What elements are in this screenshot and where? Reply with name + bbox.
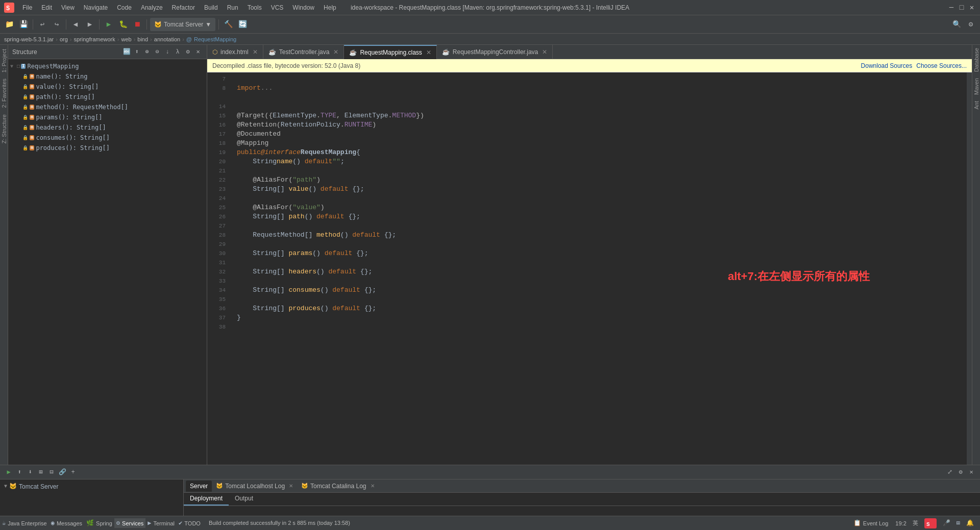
event-log-button[interactable]: 📋 Event Log (850, 518, 892, 528)
terminal-tab[interactable]: ▶ Terminal (145, 518, 177, 528)
menu-window[interactable]: Window (288, 3, 318, 12)
open-file-button[interactable]: 📁 (3, 18, 15, 31)
deployment-tab[interactable]: Deployment (184, 493, 229, 506)
redo-button[interactable]: ↪ (51, 18, 63, 31)
breadcrumb-org[interactable]: org (60, 36, 68, 42)
spring-tab[interactable]: 🌿 Spring (84, 518, 114, 528)
services-settings-button[interactable]: ⚙ (956, 468, 965, 477)
services-link-button[interactable]: 🔗 (58, 468, 67, 477)
sidebar-tab-favorites[interactable]: 2: Favorites (0, 75, 8, 111)
todo-tab[interactable]: ✔ TODO (177, 518, 203, 528)
tab-close-requestmapping[interactable]: ✕ (426, 49, 431, 56)
tomcat-catalina-tab[interactable]: 🐱 Tomcat Catalina Log ✕ (297, 481, 378, 492)
sidebar-tab-project[interactable]: 1: Project (0, 46, 8, 75)
tab-close-index[interactable]: ✕ (253, 48, 258, 56)
tree-item-params[interactable]: 🔒 m params(): String[] (8, 112, 207, 122)
download-sources-link[interactable]: Download Sources (861, 62, 913, 69)
output-tab[interactable]: Output (229, 493, 259, 506)
services-tab[interactable]: ⚙ Services (114, 518, 145, 528)
services-refresh-button[interactable]: ▶ (4, 468, 13, 477)
collapse-all-button[interactable]: ⊖ (153, 47, 162, 57)
save-button[interactable]: 💾 (17, 18, 30, 31)
menu-view[interactable]: View (57, 3, 79, 12)
debug-button[interactable]: 🐛 (117, 18, 129, 31)
breadcrumb-jar[interactable]: spring-web-5.3.1.jar (4, 36, 54, 42)
menu-help[interactable]: Help (320, 3, 340, 12)
cursor-position[interactable]: 19:2 (893, 519, 908, 527)
menu-build[interactable]: Build (200, 3, 222, 12)
tab-requestmapping-class[interactable]: ☕ RequestMapping.class ✕ (344, 45, 436, 59)
menu-refactor[interactable]: Refactor (168, 3, 199, 12)
tomcat-localhost-close[interactable]: ✕ (289, 483, 293, 489)
search-everywhere-button[interactable]: 🔍 (950, 18, 963, 31)
tree-item-path[interactable]: 🔒 m path(): String[] (8, 92, 207, 102)
right-tab-ant[interactable]: Ant (972, 98, 981, 113)
services-sort2-button[interactable]: ⬇ (26, 468, 35, 477)
tree-item-consumes[interactable]: 🔒 m consumes(): String[] (8, 133, 207, 143)
encoding-button[interactable]: 英 (911, 518, 920, 528)
show-inherited-button[interactable]: ↓ (163, 47, 172, 57)
menu-vcs[interactable]: VCS (267, 3, 288, 12)
layout-button[interactable]: ⊞ (954, 518, 962, 528)
undo-button[interactable]: ↩ (36, 18, 48, 31)
breadcrumb-bind[interactable]: bind (137, 36, 148, 42)
services-sort-button[interactable]: ⬆ (15, 468, 24, 477)
sort-alphabetically-button[interactable]: 🔤 (122, 47, 131, 57)
forward-button[interactable]: ▶ (84, 18, 96, 31)
tab-index-html[interactable]: ⬡ index.html ✕ (207, 45, 263, 59)
services-add-button[interactable]: + (68, 468, 78, 477)
tree-item-value[interactable]: 🔒 m value(): String[] (8, 82, 207, 92)
choose-sources-link[interactable]: Choose Sources... (916, 62, 967, 69)
show-anonymous-button[interactable]: λ (173, 47, 182, 57)
settings-button[interactable]: ⚙ (965, 18, 977, 31)
update-button[interactable]: 🔄 (236, 18, 249, 31)
menu-code[interactable]: Code (113, 3, 136, 12)
build-project-button[interactable]: 🔨 (222, 18, 234, 31)
breadcrumb-class[interactable]: RequestMapping (194, 36, 236, 42)
tab-close-rmcontroller[interactable]: ✕ (542, 48, 547, 56)
messages-tab[interactable]: ◉ Messages (49, 518, 84, 528)
maximize-button[interactable]: □ (958, 4, 966, 12)
menu-run[interactable]: Run (223, 3, 242, 12)
tomcat-server-item[interactable]: ▼ 🐱 Tomcat Server (2, 482, 181, 491)
structure-close-button[interactable]: ✕ (193, 47, 203, 57)
tree-item-name[interactable]: 🔒 m name(): String (8, 71, 207, 82)
menu-edit[interactable]: Edit (37, 3, 56, 12)
tree-item-headers[interactable]: 🔒 m headers(): String[] (8, 122, 207, 133)
expand-all-button[interactable]: ⊕ (142, 47, 152, 57)
services-group-button[interactable]: ⊞ (36, 468, 45, 477)
microphone-button[interactable]: 🎤 (941, 518, 952, 528)
notifications-button[interactable]: 🔔 (964, 518, 976, 528)
tomcat-catalina-close[interactable]: ✕ (371, 483, 375, 489)
right-tab-database[interactable]: Database (972, 45, 981, 75)
tab-requestmappingcontroller[interactable]: ☕ RequestMappingController.java ✕ (437, 45, 553, 59)
close-button[interactable]: ✕ (968, 4, 976, 12)
breadcrumb-annotation[interactable]: annotation (154, 36, 180, 42)
tab-testcontroller[interactable]: ☕ TestController.java ✕ (263, 45, 345, 59)
breadcrumb-web[interactable]: web (121, 36, 131, 42)
run-config-dropdown[interactable]: 🐱 Tomcat Server ▼ (150, 18, 215, 31)
code-content[interactable]: import ... @Target({ElementType.TYPE, El… (233, 72, 967, 465)
stop-button[interactable]: ⏹ (131, 18, 143, 31)
menu-navigate[interactable]: Navigate (80, 3, 112, 12)
tree-root-item[interactable]: ▼ □ I RequestMapping (8, 61, 207, 71)
menu-analyze[interactable]: Analyze (137, 3, 167, 12)
breadcrumb-springframework[interactable]: springframework (74, 36, 115, 42)
tree-item-produces[interactable]: 🔒 m produces(): String[] (8, 143, 207, 153)
sidebar-tab-structure-left[interactable]: Z: Structure (0, 111, 8, 146)
tree-item-method[interactable]: 🔒 m method(): RequestMethod[] (8, 102, 207, 112)
sort-by-type-button[interactable]: ⬆ (132, 47, 141, 57)
right-tab-maven[interactable]: Maven (972, 75, 981, 98)
menu-file[interactable]: File (18, 3, 36, 12)
tab-close-testcontroller[interactable]: ✕ (333, 48, 338, 56)
structure-settings-button[interactable]: ⚙ (183, 47, 192, 57)
services-expand-button[interactable]: ⤢ (945, 468, 954, 477)
java-enterprise-tab[interactable]: ☕ Java Enterprise (0, 518, 49, 528)
menu-tools[interactable]: Tools (243, 3, 266, 12)
services-filter-button[interactable]: ⊟ (47, 468, 56, 477)
back-button[interactable]: ◀ (69, 18, 82, 31)
tomcat-localhost-tab[interactable]: 🐱 Tomcat Localhost Log ✕ (212, 481, 297, 492)
vertical-scrollbar[interactable] (967, 72, 972, 465)
minimize-button[interactable]: ─ (947, 4, 955, 12)
server-tab[interactable]: Server (186, 481, 212, 492)
